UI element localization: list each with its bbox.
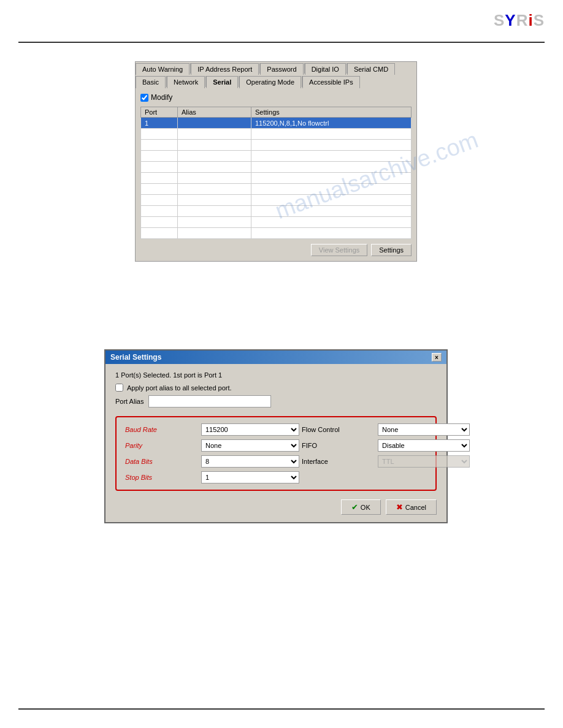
tab-serial[interactable]: Serial	[206, 76, 238, 88]
table-row[interactable]	[141, 184, 412, 195]
ok-icon: ✔	[351, 502, 358, 512]
button-row: View Settings Settings	[140, 244, 412, 256]
table-row[interactable]: 1 115200,N,8,1,No flowctrl	[141, 118, 412, 129]
serial-panel: Auto Warning IP Address Report Password …	[135, 61, 417, 262]
apply-alias-label: Apply port alias to all selected port.	[127, 384, 232, 392]
ok-label: OK	[361, 504, 370, 511]
stop-bits-label: Stop Bits	[125, 474, 199, 481]
modify-checkbox[interactable]	[140, 94, 148, 102]
tab-row-2: Basic Network Serial Operating Mode Acce…	[136, 75, 416, 88]
table-row[interactable]	[141, 228, 412, 239]
baud-rate-label: Baud Rate	[125, 426, 199, 433]
port-alias-label: Port Alias	[115, 398, 144, 405]
dialog-body: 1 Port(s) Selected. 1st port is Port 1 A…	[105, 364, 446, 522]
logo: SYRiS	[494, 11, 545, 30]
tab-auto-warning[interactable]: Auto Warning	[136, 63, 190, 75]
tab-operating-mode[interactable]: Operating Mode	[239, 76, 301, 88]
port-alias-row: Port Alias	[115, 395, 437, 408]
tab-row-1: Auto Warning IP Address Report Password …	[136, 62, 416, 75]
tab-password[interactable]: Password	[260, 63, 303, 75]
top-divider	[18, 42, 545, 43]
parity-select[interactable]: None Odd Even Mark Space	[201, 439, 299, 452]
modify-label: Modify	[151, 93, 172, 102]
view-settings-button[interactable]: View Settings	[311, 244, 367, 256]
cell-port: 1	[141, 118, 178, 129]
table-row[interactable]	[141, 151, 412, 162]
interface-label: Interface	[302, 458, 375, 465]
apply-alias-checkbox[interactable]	[115, 384, 123, 392]
tab-network[interactable]: Network	[167, 76, 205, 88]
stop-bits-select[interactable]: 1 2	[201, 471, 299, 483]
settings-box: Baud Rate 115200 9600 19200 38400 57600 …	[115, 416, 437, 491]
dialog-buttons: ✔ OK ✖ Cancel	[115, 499, 437, 515]
cell-alias	[178, 118, 251, 129]
table-row[interactable]	[141, 129, 412, 140]
serial-settings-dialog: Serial Settings × 1 Port(s) Selected. 1s…	[104, 349, 448, 523]
dialog-title: Serial Settings	[110, 353, 161, 362]
port-alias-input[interactable]	[148, 395, 271, 408]
serial-table: Port Alias Settings 1 115200,N,8,1,No fl…	[140, 107, 412, 239]
bottom-divider	[18, 708, 545, 710]
cancel-button[interactable]: ✖ Cancel	[386, 499, 437, 515]
tab-ip-address-report[interactable]: IP Address Report	[191, 63, 259, 75]
settings-button[interactable]: Settings	[371, 244, 412, 256]
col-settings: Settings	[251, 107, 412, 118]
tab-basic[interactable]: Basic	[136, 76, 166, 88]
col-alias: Alias	[178, 107, 251, 118]
interface-select[interactable]: TTL	[378, 455, 470, 468]
cancel-label: Cancel	[405, 504, 426, 511]
ok-button[interactable]: ✔ OK	[341, 499, 381, 515]
apply-alias-row: Apply port alias to all selected port.	[115, 384, 437, 392]
fifo-select[interactable]: Disable Enable	[378, 439, 470, 452]
table-row[interactable]	[141, 173, 412, 184]
data-bits-label: Data Bits	[125, 458, 199, 465]
table-row[interactable]	[141, 140, 412, 151]
cancel-icon: ✖	[396, 502, 403, 512]
baud-rate-select[interactable]: 115200 9600 19200 38400 57600	[201, 423, 299, 436]
cell-settings: 115200,N,8,1,No flowctrl	[251, 118, 412, 129]
table-row[interactable]	[141, 195, 412, 206]
table-row[interactable]	[141, 206, 412, 217]
parity-label: Parity	[125, 442, 199, 449]
table-row[interactable]	[141, 217, 412, 228]
data-bits-select[interactable]: 8 7 6 5	[201, 455, 299, 468]
flow-control-select[interactable]: None RTS/CTS XON/XOFF	[378, 423, 470, 436]
table-row[interactable]	[141, 162, 412, 173]
modify-row: Modify	[140, 93, 412, 102]
tab-digital-io[interactable]: Digital IO	[305, 63, 346, 75]
fifo-label: FIFO	[302, 442, 375, 449]
flow-control-label: Flow Control	[302, 426, 375, 433]
dialog-close-button[interactable]: ×	[432, 353, 442, 362]
tab-accessible-ips[interactable]: Accessible IPs	[302, 76, 360, 88]
panel-content: Modify Port Alias Settings 1 115200,N,8,…	[136, 88, 416, 261]
tab-serial-cmd[interactable]: Serial CMD	[347, 63, 395, 75]
col-port: Port	[141, 107, 178, 118]
dialog-titlebar: Serial Settings ×	[105, 351, 446, 364]
dialog-info-text: 1 Port(s) Selected. 1st port is Port 1	[115, 371, 437, 379]
